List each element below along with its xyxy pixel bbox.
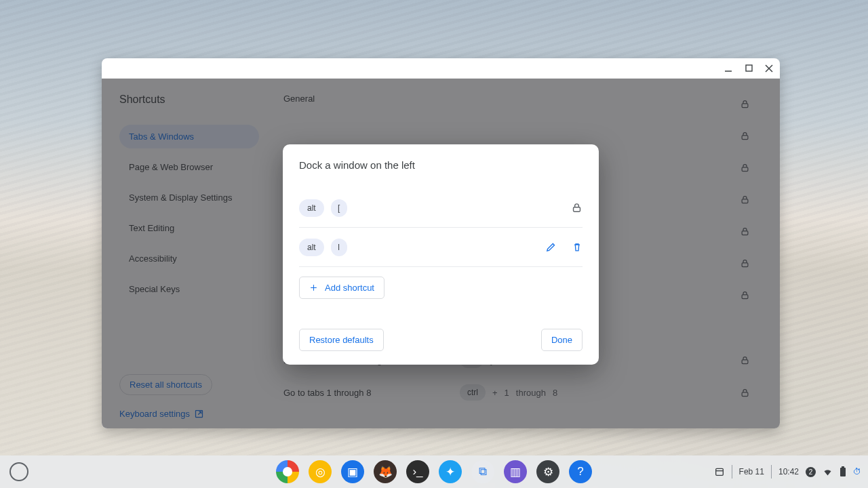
lock-icon — [571, 202, 583, 214]
svg-rect-20 — [842, 466, 844, 468]
key-chip: l — [331, 239, 347, 256]
shortcuts-window: Shortcuts Tabs & Windows Page & Web Brow… — [102, 58, 780, 428]
twitter-icon[interactable]: ✦ — [439, 460, 462, 483]
dialog-title: Dock a window on the left — [299, 159, 583, 171]
app-icon[interactable]: ◎ — [309, 460, 332, 483]
add-shortcut-label: Add shortcut — [325, 283, 374, 293]
done-button[interactable]: Done — [541, 329, 583, 351]
files-icon[interactable]: ▣ — [341, 460, 364, 483]
edit-shortcut-dialog: Dock a window on the left alt [ alt l — [283, 144, 599, 365]
edit-shortcut-button[interactable] — [545, 241, 557, 253]
svg-rect-17 — [715, 468, 723, 475]
add-shortcut-button[interactable]: Add shortcut — [299, 277, 384, 299]
window-titlebar — [102, 58, 780, 79]
key-chip: alt — [299, 239, 324, 256]
help-icon[interactable]: ? — [569, 460, 592, 483]
delete-shortcut-button[interactable] — [572, 241, 583, 253]
restore-defaults-button[interactable]: Restore defaults — [299, 329, 384, 351]
terminal-icon[interactable]: ›_ — [406, 460, 429, 483]
shelf-time: 10:42 — [778, 467, 799, 476]
shortcut-binding-row: alt [ — [299, 188, 583, 228]
status-icon[interactable]: ⏱ — [853, 467, 861, 476]
svg-rect-1 — [746, 65, 752, 71]
calendar-icon[interactable] — [714, 466, 725, 477]
notification-count-badge[interactable]: 2 — [806, 467, 816, 477]
battery-icon[interactable] — [840, 466, 846, 477]
svg-rect-19 — [840, 468, 846, 476]
app-icon[interactable]: 🦊 — [374, 460, 397, 483]
key-chip: [ — [331, 199, 347, 217]
app-icon[interactable]: ▥ — [504, 460, 527, 483]
shelf: ◎ ▣ 🦊 ›_ ✦ ⧉ ▥ ⚙ ? Feb 11 10:42 2 ⏱ — [0, 455, 868, 488]
window-maximize-button[interactable] — [743, 63, 754, 74]
chrome-icon[interactable] — [276, 460, 299, 483]
tray-separator — [771, 465, 772, 479]
status-tray[interactable]: Feb 11 10:42 2 ⏱ — [714, 465, 861, 479]
shelf-date: Feb 11 — [739, 467, 764, 476]
shelf-pinned-apps: ◎ ▣ 🦊 ›_ ✦ ⧉ ▥ ⚙ ? — [276, 460, 592, 483]
plus-icon — [309, 283, 318, 292]
tray-separator — [732, 465, 732, 479]
window-close-button[interactable] — [764, 63, 774, 74]
settings-icon[interactable]: ⚙ — [536, 460, 559, 483]
wifi-icon[interactable] — [823, 467, 833, 477]
svg-rect-14 — [574, 207, 580, 211]
key-chip: alt — [299, 199, 324, 217]
shortcut-binding-row: alt l — [299, 228, 583, 267]
window-minimize-button[interactable] — [723, 63, 734, 74]
vscode-icon[interactable]: ⧉ — [471, 460, 494, 483]
launcher-button[interactable] — [9, 462, 28, 481]
